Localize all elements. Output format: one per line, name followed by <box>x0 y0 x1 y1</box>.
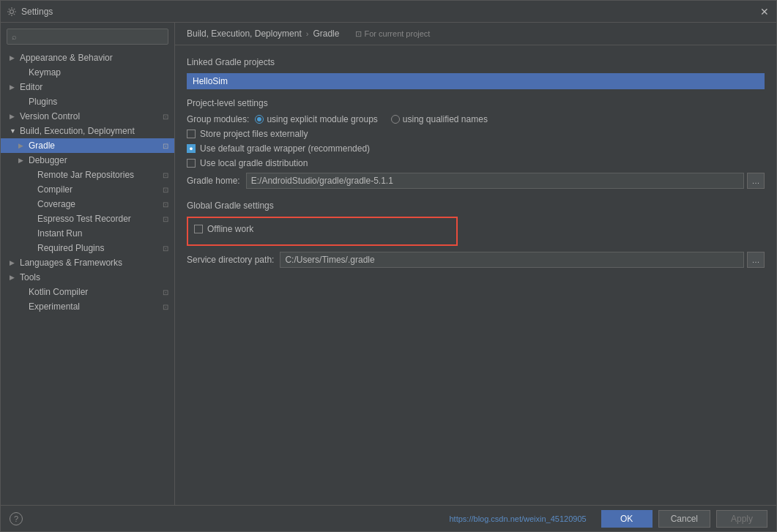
search-box: ⌕ <box>7 29 168 45</box>
group-modules-row: Group modules: using explicit module gro… <box>187 114 765 124</box>
radio-option-qualified[interactable]: using qualified names <box>391 114 488 124</box>
sidebar-item-languages[interactable]: ▶ Languages & Frameworks <box>1 255 174 270</box>
settings-window: Settings ✕ ⌕ ▶ Appearance & Behavior ▶ K… <box>0 0 777 532</box>
sidebar-item-debugger[interactable]: ▶ Debugger <box>1 153 174 168</box>
external-icon: ⊡ <box>163 171 168 179</box>
cancel-button[interactable]: Cancel <box>658 510 710 528</box>
checkbox-local-gradle[interactable] <box>187 159 196 168</box>
sidebar-item-editor[interactable]: ▶ Editor <box>1 80 174 94</box>
arrow-icon: ▶ <box>10 259 17 266</box>
sidebar-item-espresso[interactable]: ▶ Espresso Test Recorder ⊡ <box>1 211 174 226</box>
external-icon: ⊡ <box>163 142 168 150</box>
sidebar-item-appearance[interactable]: ▶ Appearance & Behavior <box>1 50 174 65</box>
sidebar-item-tools[interactable]: ▶ Tools <box>1 270 174 285</box>
breadcrumb: Build, Execution, Deployment › Gradle ⊡ … <box>175 23 776 45</box>
sidebar-item-coverage[interactable]: ▶ Coverage ⊡ <box>1 197 174 211</box>
service-directory-row: Service directory path: … <box>187 252 765 268</box>
title-bar: Settings ✕ <box>1 1 776 23</box>
checkbox-default-wrapper-row: ● Use default gradle wrapper (recommende… <box>187 143 765 154</box>
svg-point-0 <box>10 10 14 13</box>
arrow-icon: ▶ <box>10 54 17 61</box>
settings-icon <box>7 7 17 17</box>
arrow-icon: ▶ <box>10 83 17 91</box>
arrow-icon: ▶ <box>18 157 26 164</box>
help-button[interactable]: ? <box>10 512 23 525</box>
external-icon: ⊡ <box>163 288 168 296</box>
radio-qualified-label: using qualified names <box>403 114 488 124</box>
gradle-home-label: Gradle home: <box>187 176 240 186</box>
footer-right: https://blog.csdn.net/weixin_45120905 OK… <box>450 510 768 528</box>
gradle-home-row: Gradle home: … <box>187 173 765 189</box>
linked-project-item[interactable]: HelloSim <box>187 73 765 89</box>
checkbox-local-gradle-label: Use local gradle distribution <box>200 158 308 168</box>
sidebar-item-kotlin[interactable]: ▶ Kotlin Compiler ⊡ <box>1 285 174 299</box>
breadcrumb-project: ⊡ For current project <box>355 29 430 39</box>
group-modules-label: Group modules: <box>187 114 249 124</box>
checkbox-store-files-row: Store project files externally <box>187 129 765 139</box>
search-input[interactable] <box>20 31 163 42</box>
service-directory-label: Service directory path: <box>187 255 274 265</box>
offline-work-checkbox[interactable] <box>194 225 203 233</box>
title-bar-right: ✕ <box>759 6 770 18</box>
service-directory-field-container: … <box>280 252 765 268</box>
panel-body: Linked Gradle projects HelloSim Project-… <box>175 45 776 505</box>
footer-left: ? <box>10 512 23 525</box>
search-icon: ⌕ <box>12 32 17 41</box>
external-icon: ⊡ <box>163 244 168 252</box>
sidebar-item-plugins[interactable]: ▶ Plugins <box>1 94 174 109</box>
footer-url: https://blog.csdn.net/weixin_45120905 <box>450 514 587 523</box>
breadcrumb-part1: Build, Execution, Deployment <box>187 29 302 39</box>
external-icon: ⊡ <box>163 303 168 311</box>
checkbox-store-files[interactable] <box>187 130 196 138</box>
sidebar-item-keymap[interactable]: ▶ Keymap <box>1 65 174 80</box>
sidebar-item-remote-jar[interactable]: ▶ Remote Jar Repositories ⊡ <box>1 168 174 182</box>
arrow-icon: ▶ <box>18 142 26 149</box>
offline-work-row: Offline work <box>194 224 450 234</box>
sidebar-item-experimental[interactable]: ▶ Experimental ⊡ <box>1 299 174 314</box>
service-directory-field[interactable] <box>280 252 744 268</box>
project-icon: ⊡ <box>355 29 362 38</box>
offline-work-label: Offline work <box>207 224 253 234</box>
footer: ? https://blog.csdn.net/weixin_45120905 … <box>1 505 776 531</box>
breadcrumb-part2: Gradle <box>313 29 339 39</box>
radio-qualified-circle[interactable] <box>391 115 400 124</box>
checkbox-store-files-label: Store project files externally <box>200 129 308 139</box>
radio-group: using explicit module groups using quali… <box>255 114 488 124</box>
linked-gradle-title: Linked Gradle projects <box>187 57 765 67</box>
gradle-home-field-container: … <box>246 173 765 189</box>
main-panel: Build, Execution, Deployment › Gradle ⊡ … <box>175 23 776 505</box>
sidebar: ⌕ ▶ Appearance & Behavior ▶ Keymap ▶ Edi… <box>1 23 175 505</box>
checkbox-default-wrapper-label: Use default gradle wrapper (recommended) <box>200 143 370 154</box>
sidebar-item-instant-run[interactable]: ▶ Instant Run <box>1 226 174 241</box>
apply-button[interactable]: Apply <box>716 510 767 528</box>
sidebar-item-version-control[interactable]: ▶ Version Control ⊡ <box>1 109 174 124</box>
external-icon: ⊡ <box>163 186 168 194</box>
gradle-home-browse-button[interactable]: … <box>747 173 765 189</box>
external-icon: ⊡ <box>163 113 168 121</box>
close-button[interactable]: ✕ <box>759 6 770 18</box>
sidebar-item-build-execution[interactable]: ▼ Build, Execution, Deployment <box>1 124 174 138</box>
checkbox-local-gradle-row: Use local gradle distribution <box>187 158 765 168</box>
global-gradle-title: Global Gradle settings <box>187 201 765 211</box>
ok-button[interactable]: OK <box>601 510 653 528</box>
external-icon: ⊡ <box>163 201 168 209</box>
global-gradle-section: Global Gradle settings Offline work Serv… <box>187 201 765 268</box>
breadcrumb-separator: › <box>306 29 309 38</box>
external-icon: ⊡ <box>163 215 168 223</box>
radio-explicit-label: using explicit module groups <box>267 114 377 124</box>
title-bar-left: Settings <box>7 7 53 17</box>
sidebar-item-compiler[interactable]: ▶ Compiler ⊡ <box>1 182 174 197</box>
sidebar-item-required-plugins[interactable]: ▶ Required Plugins ⊡ <box>1 241 174 255</box>
window-title: Settings <box>21 7 53 17</box>
checkbox-default-wrapper[interactable]: ● <box>187 144 196 153</box>
project-level-title: Project-level settings <box>187 98 765 108</box>
sidebar-item-gradle[interactable]: ▶ Gradle ⊡ <box>1 138 174 153</box>
radio-option-explicit[interactable]: using explicit module groups <box>255 114 377 124</box>
radio-explicit-circle[interactable] <box>255 115 264 124</box>
arrow-icon: ▶ <box>10 113 17 120</box>
offline-work-highlight-box: Offline work <box>187 217 458 246</box>
service-directory-browse-button[interactable]: … <box>747 252 765 268</box>
project-level-section: Project-level settings Group modules: us… <box>187 98 765 189</box>
gradle-home-field[interactable] <box>246 173 744 189</box>
main-content: ⌕ ▶ Appearance & Behavior ▶ Keymap ▶ Edi… <box>1 23 776 505</box>
